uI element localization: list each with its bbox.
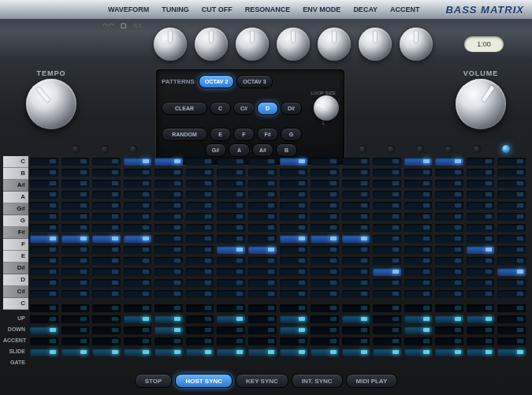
step-cell[interactable]	[61, 202, 90, 210]
step-cell[interactable]	[373, 180, 401, 188]
step-cell[interactable]	[154, 257, 183, 265]
step-cell[interactable]	[186, 246, 214, 254]
step-cell[interactable]	[186, 158, 214, 166]
step-cell[interactable]	[217, 290, 245, 298]
step-cell[interactable]	[61, 180, 90, 188]
param-step-cell[interactable]	[435, 326, 463, 334]
step-cell[interactable]	[373, 257, 401, 265]
step-cell[interactable]	[61, 169, 90, 177]
step-cell[interactable]	[404, 191, 433, 199]
step-cell[interactable]	[311, 202, 339, 210]
param-step-cell[interactable]	[30, 326, 58, 334]
step-cell[interactable]	[280, 224, 308, 232]
step-cell[interactable]	[404, 257, 433, 265]
param-step-cell[interactable]	[373, 348, 401, 356]
step-cell[interactable]	[30, 191, 58, 199]
note-button[interactable]: C	[210, 102, 231, 115]
step-cell[interactable]	[404, 169, 433, 177]
step-cell[interactable]	[92, 268, 121, 276]
clear-button[interactable]: CLEAR	[162, 102, 207, 115]
param-step-cell[interactable]	[342, 304, 370, 312]
note-button[interactable]: D	[257, 102, 278, 115]
step-cell[interactable]	[280, 279, 308, 287]
param-step-cell[interactable]	[373, 326, 401, 334]
step-cell[interactable]	[154, 279, 183, 287]
step-cell[interactable]	[342, 191, 370, 199]
step-cell[interactable]	[467, 191, 495, 199]
step-cell[interactable]	[280, 202, 308, 210]
step-cell[interactable]	[61, 246, 90, 254]
step-cell[interactable]	[92, 158, 121, 166]
step-cell[interactable]	[217, 224, 245, 232]
step-cell[interactable]	[497, 158, 526, 166]
step-cell[interactable]	[124, 268, 152, 276]
step-cell[interactable]	[280, 235, 308, 243]
step-cell[interactable]	[311, 158, 339, 166]
step-cell[interactable]	[311, 169, 339, 177]
step-cell[interactable]	[280, 191, 308, 199]
step-cell[interactable]	[497, 213, 526, 221]
step-cell[interactable]	[186, 257, 214, 265]
step-cell[interactable]	[280, 268, 308, 276]
note-button[interactable]: A#	[252, 143, 273, 157]
param-step-cell[interactable]	[61, 304, 90, 312]
step-cell[interactable]	[124, 290, 152, 298]
step-cell[interactable]	[154, 235, 183, 243]
param-step-cell[interactable]	[154, 304, 183, 312]
param-step-cell[interactable]	[186, 315, 214, 323]
step-cell[interactable]	[497, 191, 526, 199]
step-cell[interactable]	[217, 268, 245, 276]
step-cell[interactable]	[217, 257, 245, 265]
step-cell[interactable]	[92, 279, 121, 287]
step-cell[interactable]	[373, 213, 401, 221]
volume-knob[interactable]	[456, 79, 506, 129]
step-cell[interactable]	[92, 290, 121, 298]
step-cell[interactable]	[186, 290, 214, 298]
param-step-cell[interactable]	[248, 326, 277, 334]
param-step-cell[interactable]	[404, 315, 433, 323]
step-cell[interactable]	[467, 257, 495, 265]
param-step-cell[interactable]	[342, 337, 370, 345]
step-cell[interactable]	[342, 279, 370, 287]
step-cell[interactable]	[373, 158, 401, 166]
step-cell[interactable]	[435, 279, 463, 287]
step-cell[interactable]	[92, 246, 121, 254]
param-step-cell[interactable]	[373, 337, 401, 345]
param-step-cell[interactable]	[248, 337, 277, 345]
step-cell[interactable]	[30, 257, 58, 265]
step-cell[interactable]	[61, 235, 90, 243]
step-cell[interactable]	[30, 235, 58, 243]
step-cell[interactable]	[124, 202, 152, 210]
step-cell[interactable]	[186, 268, 214, 276]
step-cell[interactable]	[311, 191, 339, 199]
cutoff-knob[interactable]	[236, 28, 269, 61]
step-cell[interactable]	[497, 235, 526, 243]
step-cell[interactable]	[186, 169, 214, 177]
tempo-knob[interactable]	[26, 79, 76, 129]
param-step-cell[interactable]	[311, 315, 339, 323]
step-cell[interactable]	[373, 279, 401, 287]
param-step-cell[interactable]	[280, 348, 308, 356]
step-cell[interactable]	[311, 180, 339, 188]
step-cell[interactable]	[92, 257, 121, 265]
param-step-cell[interactable]	[248, 304, 277, 312]
step-cell[interactable]	[248, 180, 277, 188]
step-cell[interactable]	[92, 224, 121, 232]
step-cell[interactable]	[373, 235, 401, 243]
step-cell[interactable]	[311, 290, 339, 298]
step-cell[interactable]	[92, 169, 121, 177]
step-cell[interactable]	[435, 235, 463, 243]
param-step-cell[interactable]	[61, 326, 90, 334]
step-cell[interactable]	[154, 158, 183, 166]
step-cell[interactable]	[467, 202, 495, 210]
step-cell[interactable]	[30, 290, 58, 298]
param-step-cell[interactable]	[217, 304, 245, 312]
param-step-cell[interactable]	[217, 326, 245, 334]
step-cell[interactable]	[248, 191, 277, 199]
step-cell[interactable]	[61, 290, 90, 298]
step-cell[interactable]	[154, 202, 183, 210]
param-step-cell[interactable]	[467, 348, 495, 356]
note-button[interactable]: C#	[233, 102, 255, 115]
step-cell[interactable]	[248, 279, 277, 287]
param-step-cell[interactable]	[154, 337, 183, 345]
